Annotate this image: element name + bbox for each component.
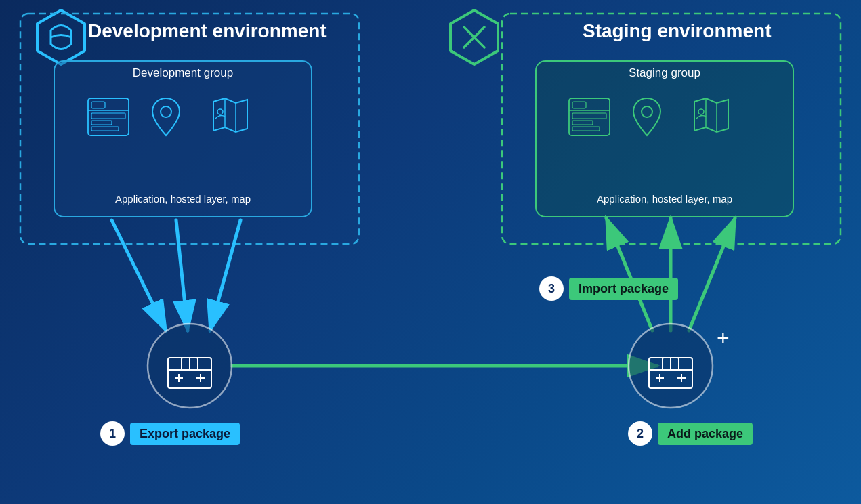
staging-app-label: Application, hosted layer, map [536, 193, 793, 205]
svg-text:+: + [717, 326, 730, 350]
step1-badge: 1 [100, 421, 125, 446]
svg-rect-37 [168, 358, 211, 388]
step1-label: Export package [130, 423, 240, 445]
svg-line-33 [606, 218, 652, 331]
step2-badge: 2 [628, 421, 652, 446]
svg-rect-20 [572, 121, 593, 125]
svg-line-29 [112, 220, 166, 331]
step2-area: 2 Add package [628, 421, 753, 446]
svg-point-36 [148, 324, 232, 408]
svg-line-31 [210, 220, 240, 331]
svg-point-22 [642, 106, 652, 117]
svg-line-35 [689, 218, 735, 331]
svg-rect-2 [20, 14, 359, 244]
svg-marker-1 [450, 10, 498, 64]
svg-rect-9 [91, 113, 125, 119]
step1-area: 1 Export package [100, 421, 240, 446]
svg-rect-6 [88, 98, 129, 135]
svg-rect-8 [91, 102, 105, 108]
svg-rect-10 [91, 121, 112, 125]
diagram-container: + Development environment Development gr… [0, 0, 861, 504]
svg-line-30 [176, 220, 188, 331]
step3-badge: 3 [539, 276, 564, 301]
svg-rect-11 [91, 127, 119, 131]
svg-rect-4 [502, 14, 841, 244]
svg-rect-48 [663, 358, 679, 370]
staging-env-title: Staging environment [583, 20, 771, 42]
staging-group-label: Staging group [536, 66, 793, 80]
svg-point-25 [698, 109, 704, 114]
svg-rect-19 [572, 113, 606, 119]
dev-app-label: Application, hosted layer, map [54, 193, 312, 205]
svg-marker-0 [37, 10, 85, 64]
svg-rect-39 [182, 358, 198, 370]
svg-rect-46 [649, 358, 692, 388]
svg-point-12 [161, 106, 171, 117]
step3-label: Import package [569, 278, 678, 300]
svg-point-15 [217, 109, 223, 114]
step3-area: 3 Import package [539, 276, 678, 301]
dev-env-title: Development environment [88, 20, 327, 42]
step2-label: Add package [658, 423, 753, 445]
dev-group-label: Development group [54, 66, 312, 80]
svg-point-45 [629, 324, 713, 408]
svg-rect-21 [572, 127, 600, 131]
svg-rect-16 [569, 98, 610, 135]
svg-rect-18 [572, 102, 586, 108]
